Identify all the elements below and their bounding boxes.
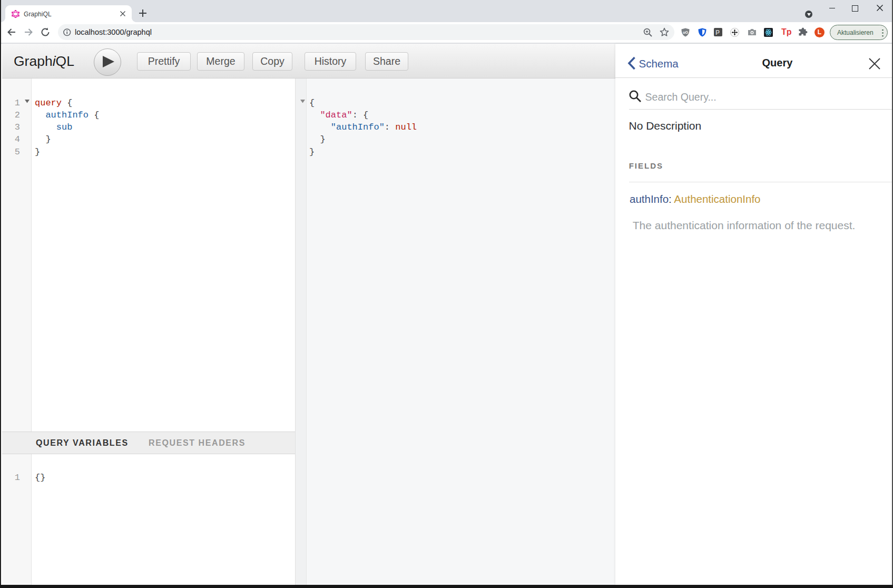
svg-text:uO: uO xyxy=(683,30,688,34)
